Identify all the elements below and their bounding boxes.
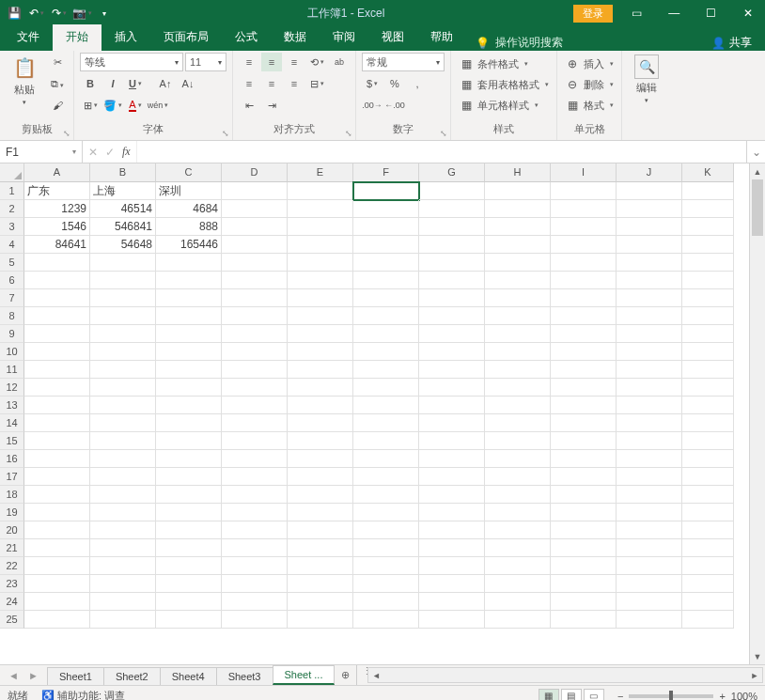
cell[interactable]	[353, 397, 419, 414]
cell[interactable]	[485, 218, 551, 236]
row-header[interactable]: 18	[0, 486, 24, 504]
cell[interactable]	[419, 236, 485, 254]
cell[interactable]	[419, 539, 485, 557]
cell[interactable]	[353, 521, 419, 539]
cell[interactable]	[156, 504, 222, 521]
cell[interactable]	[288, 397, 353, 414]
cell[interactable]	[90, 325, 156, 343]
cell[interactable]	[617, 289, 682, 307]
cell[interactable]	[156, 272, 222, 289]
cell[interactable]	[485, 343, 551, 361]
close-icon[interactable]: ✕	[731, 0, 765, 26]
cell[interactable]	[682, 379, 734, 397]
zoom-in-button[interactable]: +	[719, 691, 725, 701]
cell[interactable]	[419, 557, 485, 575]
cell[interactable]	[682, 343, 734, 361]
cell[interactable]	[617, 218, 682, 236]
cell[interactable]	[353, 272, 419, 289]
cell[interactable]	[156, 361, 222, 379]
expand-formula-icon[interactable]: ⌄	[746, 141, 765, 163]
bold-button[interactable]: B	[80, 74, 101, 93]
save-icon[interactable]: 💾	[6, 5, 23, 22]
cell[interactable]	[24, 486, 90, 504]
cell[interactable]	[222, 468, 288, 486]
format-painter-button[interactable]: 🖌	[47, 96, 68, 115]
row-header[interactable]: 3	[0, 218, 24, 236]
cell[interactable]	[551, 379, 617, 397]
cell[interactable]	[419, 504, 485, 521]
cell[interactable]	[90, 504, 156, 521]
cell[interactable]	[682, 182, 734, 200]
horizontal-scrollbar[interactable]: ◄ ►	[367, 667, 763, 683]
cell[interactable]: 深圳	[156, 182, 222, 200]
cell[interactable]	[617, 486, 682, 504]
cell[interactable]	[682, 272, 734, 289]
cell[interactable]	[551, 414, 617, 432]
cell[interactable]	[419, 307, 485, 325]
sheet-next-icon[interactable]: ►	[28, 670, 39, 681]
increase-indent-button[interactable]: ⇥	[261, 96, 282, 115]
scroll-down-icon[interactable]: ▼	[750, 648, 765, 664]
cell[interactable]	[551, 200, 617, 218]
cell[interactable]	[353, 307, 419, 325]
cell[interactable]	[24, 450, 90, 468]
conditional-format-button[interactable]: ▦条件格式	[457, 55, 551, 72]
cell[interactable]	[353, 539, 419, 557]
cell[interactable]	[288, 593, 353, 611]
sheet-tab[interactable]: Sheet1	[47, 667, 104, 685]
cell[interactable]	[288, 254, 353, 272]
cell[interactable]	[419, 289, 485, 307]
cell[interactable]	[288, 379, 353, 397]
row-header[interactable]: 14	[0, 414, 24, 432]
cell[interactable]	[288, 450, 353, 468]
cell[interactable]	[288, 432, 353, 450]
cell[interactable]	[551, 611, 617, 629]
font-name-select[interactable]: 等线▾	[80, 53, 183, 71]
cell[interactable]	[551, 468, 617, 486]
tab-file[interactable]: 文件	[4, 24, 53, 51]
cell[interactable]: 46514	[90, 200, 156, 218]
cell[interactable]	[485, 397, 551, 414]
cell[interactable]	[485, 272, 551, 289]
cell-styles-button[interactable]: ▦单元格样式	[457, 97, 551, 114]
cell[interactable]	[682, 325, 734, 343]
cell[interactable]	[551, 557, 617, 575]
cell[interactable]	[551, 218, 617, 236]
cell[interactable]	[156, 575, 222, 593]
cell[interactable]	[617, 575, 682, 593]
cell[interactable]	[617, 611, 682, 629]
cell[interactable]	[222, 611, 288, 629]
add-sheet-button[interactable]: ⊕	[334, 665, 356, 685]
cell[interactable]	[222, 432, 288, 450]
row-header[interactable]: 6	[0, 272, 24, 289]
increase-decimal-button[interactable]: .00→	[362, 96, 382, 115]
cell[interactable]: 4684	[156, 200, 222, 218]
cell[interactable]	[353, 468, 419, 486]
cell[interactable]	[222, 289, 288, 307]
sheet-tab[interactable]: Sheet4	[160, 667, 217, 685]
cell[interactable]	[288, 504, 353, 521]
cell[interactable]	[24, 432, 90, 450]
cell[interactable]	[419, 272, 485, 289]
tab-insert[interactable]: 插入	[101, 24, 150, 51]
cell[interactable]	[288, 200, 353, 218]
cell[interactable]	[156, 289, 222, 307]
cell[interactable]	[617, 236, 682, 254]
cell[interactable]	[419, 468, 485, 486]
cell[interactable]	[617, 361, 682, 379]
cell[interactable]	[90, 539, 156, 557]
paste-button[interactable]: 📋 粘贴 ▾	[6, 53, 43, 106]
cell[interactable]	[485, 182, 551, 200]
cell[interactable]	[24, 575, 90, 593]
cell[interactable]	[288, 361, 353, 379]
cell[interactable]	[419, 361, 485, 379]
cell[interactable]	[682, 307, 734, 325]
cell[interactable]	[419, 486, 485, 504]
tab-pagelayout[interactable]: 页面布局	[150, 24, 222, 51]
cell[interactable]	[682, 557, 734, 575]
cell[interactable]	[551, 254, 617, 272]
percent-button[interactable]: %	[384, 74, 405, 93]
cell[interactable]	[222, 575, 288, 593]
cell[interactable]	[222, 272, 288, 289]
cell[interactable]	[24, 272, 90, 289]
